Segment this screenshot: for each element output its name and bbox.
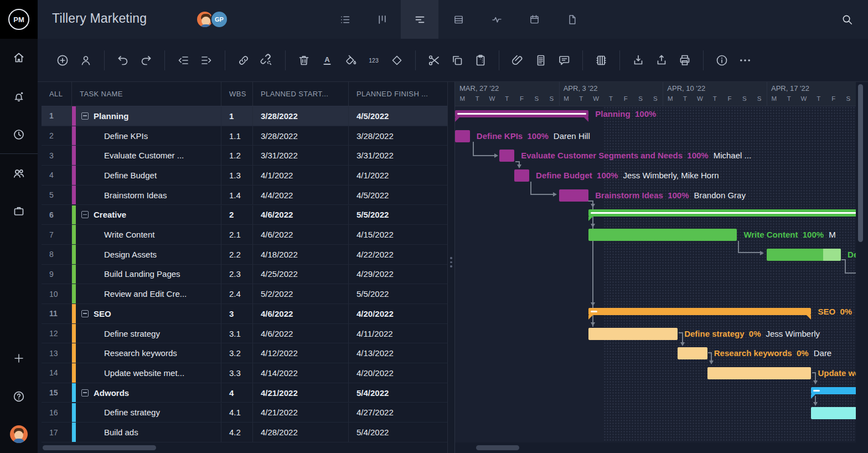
task-row-12[interactable]: 12Define strategy3.14/6/20224/11/2022	[42, 324, 447, 344]
tab-list-view[interactable]	[326, 0, 364, 39]
notifications-icon[interactable]	[12, 90, 25, 103]
wbs-cell[interactable]: 2	[221, 205, 253, 225]
delete-task-button[interactable]	[296, 52, 312, 69]
task-bar[interactable]	[455, 130, 470, 142]
info-button[interactable]	[714, 52, 730, 69]
task-name-cell[interactable]: Update website met...	[72, 363, 221, 383]
task-name-cell[interactable]: Creative	[72, 205, 221, 225]
task-name-cell[interactable]: SEO	[72, 304, 221, 323]
task-row-10[interactable]: 10Review and Edit Cre...2.45/2/20225/5/2…	[42, 284, 447, 304]
wbs-cell[interactable]: 2.2	[221, 245, 253, 264]
task-name-cell[interactable]: Build ads	[72, 423, 221, 442]
tab-sheet-view[interactable]	[440, 0, 477, 39]
task-row-6[interactable]: 6Creative24/6/20225/5/2022	[42, 205, 447, 225]
portfolio-icon[interactable]	[12, 204, 25, 218]
cut-button[interactable]	[426, 52, 442, 69]
task-row-16[interactable]: 16Define strategy4.14/21/20224/27/2022	[42, 403, 447, 423]
task-name-cell[interactable]: Build Landing Pages	[72, 265, 221, 284]
task-row-4[interactable]: 4Define Budget1.34/1/20224/1/2022	[42, 166, 447, 186]
unlink-tasks-button[interactable]	[259, 52, 275, 69]
timesheets-icon[interactable]	[12, 128, 25, 141]
wbs-cell[interactable]: 1.4	[221, 186, 253, 205]
wbs-cell[interactable]: 2.1	[221, 225, 253, 244]
planned-start-cell[interactable]: 4/28/2022	[253, 423, 349, 442]
column-header-finish[interactable]: PLANNED FINISH ...	[349, 82, 447, 106]
task-name-cell[interactable]: Evaluate Customer ...	[72, 146, 221, 165]
planned-finish-cell[interactable]: 4/13/2022	[349, 343, 447, 363]
add-task-button[interactable]	[54, 52, 71, 69]
planned-finish-cell[interactable]: 4/27/2022	[349, 403, 447, 423]
collapse-icon[interactable]	[81, 112, 89, 120]
summary-bar[interactable]	[588, 308, 811, 315]
member-avatar-gp[interactable]: GP	[210, 11, 228, 28]
planned-start-cell[interactable]: 4/6/2022	[253, 225, 349, 244]
planned-finish-cell[interactable]: 4/15/2022	[349, 225, 447, 244]
task-name-cell[interactable]: Write Content	[72, 225, 221, 244]
wbs-cell[interactable]: 1.1	[221, 126, 253, 146]
task-row-8[interactable]: 8Design Assets2.24/18/20224/22/2022	[42, 245, 447, 265]
wbs-cell[interactable]: 4.1	[221, 403, 253, 423]
more-button[interactable]	[737, 52, 753, 69]
print-button[interactable]	[676, 52, 693, 69]
wbs-cell[interactable]: 3.1	[221, 324, 253, 343]
task-row-15[interactable]: 15Adwords44/21/20225/4/2022	[42, 383, 447, 403]
comment-button[interactable]	[556, 52, 572, 69]
wbs-cell[interactable]: 3	[221, 304, 253, 323]
planned-start-cell[interactable]: 4/12/2022	[253, 343, 349, 363]
column-header-task[interactable]: TASK NAME	[72, 82, 221, 106]
assign-user-button[interactable]	[78, 52, 94, 69]
task-row-9[interactable]: 9Build Landing Pages2.34/25/20224/29/202…	[42, 265, 447, 285]
task-bar[interactable]	[588, 229, 737, 241]
tab-gantt-view[interactable]	[401, 0, 438, 39]
planned-finish-cell[interactable]: 4/29/2022	[349, 265, 447, 284]
task-name-cell[interactable]: Define strategy	[72, 324, 221, 343]
search-icon[interactable]	[841, 13, 854, 27]
planned-finish-cell[interactable]: 4/20/2022	[349, 363, 447, 383]
planned-start-cell[interactable]: 3/31/2022	[253, 146, 349, 165]
task-bar[interactable]	[678, 347, 707, 359]
columns-button[interactable]	[593, 52, 609, 69]
task-bar[interactable]	[767, 249, 841, 261]
wbs-cell[interactable]: 2.4	[221, 284, 253, 303]
team-icon[interactable]	[12, 167, 25, 180]
planned-start-cell[interactable]: 4/14/2022	[253, 363, 349, 383]
planned-start-cell[interactable]: 4/4/2022	[253, 186, 349, 205]
wbs-cell[interactable]: 1	[221, 106, 253, 126]
task-row-1[interactable]: 1Planning13/28/20224/5/2022	[42, 106, 447, 126]
planned-start-cell[interactable]: 4/18/2022	[253, 245, 349, 264]
planned-start-cell[interactable]: 5/2/2022	[253, 284, 349, 303]
task-row-7[interactable]: 7Write Content2.14/6/20224/15/2022	[42, 225, 447, 245]
collapse-icon[interactable]	[81, 389, 89, 397]
planned-start-cell[interactable]: 4/1/2022	[253, 166, 349, 185]
task-name-cell[interactable]: Adwords	[72, 383, 221, 403]
task-row-13[interactable]: 13Research keywords3.24/12/20224/13/2022	[42, 343, 447, 363]
planned-finish-cell[interactable]: 4/11/2022	[349, 324, 447, 343]
planned-start-cell[interactable]: 4/25/2022	[253, 265, 349, 284]
milestone-button[interactable]	[389, 52, 405, 69]
import-button[interactable]	[630, 52, 647, 69]
help-icon[interactable]	[12, 390, 25, 403]
home-icon[interactable]	[12, 51, 25, 64]
wbs-cell[interactable]: 3.2	[221, 343, 253, 363]
planned-start-cell[interactable]: 4/6/2022	[253, 324, 349, 343]
task-bar[interactable]	[588, 328, 678, 340]
task-row-5[interactable]: 5Brainstorm Ideas1.44/4/20224/5/2022	[42, 186, 447, 205]
planned-finish-cell[interactable]: 5/4/2022	[349, 383, 447, 403]
planned-finish-cell[interactable]: 4/22/2022	[349, 245, 447, 264]
tab-board-view[interactable]	[363, 0, 401, 39]
planned-start-cell[interactable]: 3/28/2022	[253, 126, 349, 146]
task-row-11[interactable]: 11SEO34/6/20224/20/2022	[42, 304, 447, 324]
planned-finish-cell[interactable]: 4/5/2022	[349, 106, 447, 126]
task-name-cell[interactable]: Brainstorm Ideas	[72, 186, 221, 205]
tab-activity-view[interactable]	[478, 0, 515, 39]
summary-bar[interactable]	[455, 110, 588, 117]
task-name-cell[interactable]: Define Budget	[72, 166, 221, 185]
planned-start-cell[interactable]: 4/6/2022	[253, 205, 349, 225]
column-header-wbs[interactable]: WBS	[221, 82, 253, 106]
planned-finish-cell[interactable]: 3/28/2022	[349, 126, 447, 146]
table-hscrollbar[interactable]	[42, 442, 447, 453]
redo-button[interactable]	[138, 52, 154, 69]
table-hscroll-thumb[interactable]	[43, 445, 156, 450]
planned-finish-cell[interactable]: 3/31/2022	[349, 146, 447, 165]
wbs-cell[interactable]: 4	[221, 383, 253, 403]
